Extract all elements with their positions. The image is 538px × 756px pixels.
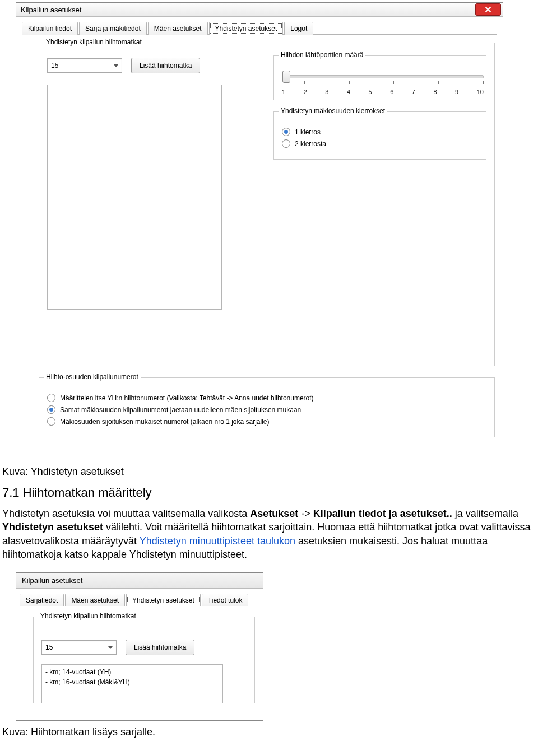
radio-2-rounds[interactable]: 2 kierrosta xyxy=(282,139,478,148)
radio-icon xyxy=(282,128,290,136)
distance2-combo[interactable]: 15 xyxy=(41,640,117,655)
list-item[interactable]: - km; 16-vuotiaat (Mäki&YH) xyxy=(45,677,219,687)
body-paragraph: Yhdistetyn asetuksia voi muuttaa valitse… xyxy=(2,507,536,561)
group-bib-numbers: Hiihto-osuuden kilpailunumerot Määrittel… xyxy=(39,377,495,437)
chevron-down-icon xyxy=(114,64,118,67)
nums-title: Hiihto-osuuden kilpailunumerot xyxy=(44,373,141,381)
window-title: Kilpailun asetukset xyxy=(21,6,81,14)
tab2-maen-asetukset[interactable]: Mäen asetukset xyxy=(65,594,125,606)
gates-slider[interactable]: 1 2 3 4 5 6 7 8 9 10 xyxy=(282,75,484,95)
tab-maen-asetukset[interactable]: Mäen asetukset xyxy=(148,22,208,35)
radio-icon xyxy=(47,394,55,402)
radio-icon xyxy=(47,417,55,426)
gates-title: Hiihdon lähtöporttien määrä xyxy=(279,51,365,59)
close-button[interactable] xyxy=(475,3,501,16)
combo-value: 15 xyxy=(51,62,58,69)
group2-hiihtomatkat: Yhdistetyn kilpailun hiihtomatkat 15 Lis… xyxy=(33,617,255,703)
titlebar: Kilpailun asetukset xyxy=(16,3,503,17)
close-icon xyxy=(485,6,491,13)
group2-title: Yhdistetyn kilpailun hiihtomatkat xyxy=(38,612,138,620)
settings-window-2: Kilpailun asetukset Sarjatiedot Mäen ase… xyxy=(16,572,263,721)
tabs-row: Kilpailun tiedot Sarja ja mäkitiedot Mäe… xyxy=(16,17,503,34)
combo2-value: 15 xyxy=(45,643,53,651)
settings-window-1: Kilpailun asetukset Kilpailun tiedot Sar… xyxy=(16,2,503,460)
group-rounds: Yhdistetyn mäkiosuuden kierrokset 1 kier… xyxy=(273,111,486,160)
caption-1: Kuva: Yhdistetyn asetukset xyxy=(2,466,538,478)
rounds-title: Yhdistetyn mäkiosuuden kierrokset xyxy=(279,107,387,115)
add-distance-button[interactable]: Lisää hiihtomatka xyxy=(131,58,200,73)
section-heading: 7.1 Hiihtomatkan määrittely xyxy=(2,486,536,500)
chevron-down-icon xyxy=(108,646,113,649)
list-item[interactable]: - km; 14-vuotiaat (YH) xyxy=(45,667,219,677)
radio-nums-same[interactable]: Samat mäkiosuuden kilpailunumerot jaetaa… xyxy=(47,405,486,414)
group-hiihtomatkat: Yhdistetyn kilpailun hiihtomatkat 15 Lis… xyxy=(39,43,495,366)
slider-thumb[interactable] xyxy=(282,71,290,83)
group-title: Yhdistetyn kilpailun hiihtomatkat xyxy=(44,38,144,46)
slider-ticks: 1 2 3 4 5 6 7 8 9 10 xyxy=(282,88,484,95)
tab-logot[interactable]: Logot xyxy=(284,22,313,35)
radio-icon xyxy=(47,405,55,414)
tab2-sarjatiedot[interactable]: Sarjatiedot xyxy=(20,594,64,606)
tab2-yhdistetyn-asetukset[interactable]: Yhdistetyn asetukset xyxy=(126,594,201,606)
radio-1-round[interactable]: 1 kierros xyxy=(282,128,478,136)
add-distance2-button[interactable]: Lisää hiihtomatka xyxy=(126,640,194,655)
link-minuuttipisteet[interactable]: Yhdistetyn minuuttipisteet taulukon xyxy=(140,535,295,547)
tab-kilpailun-tiedot[interactable]: Kilpailun tiedot xyxy=(22,22,78,35)
distance2-listbox[interactable]: - km; 14-vuotiaat (YH) - km; 16-vuotiaat… xyxy=(41,664,223,703)
radio-nums-position[interactable]: Mäkiosuuden sijoituksen mukaiset numerot… xyxy=(47,417,486,426)
window2-title: Kilpailun asetukset xyxy=(16,573,263,589)
tab-sarja-ja-makitiedot[interactable]: Sarja ja mäkitiedot xyxy=(79,22,147,35)
tab2-tiedot-tulok[interactable]: Tiedot tulok xyxy=(202,594,249,606)
radio-nums-manual[interactable]: Määrittelen itse YH:n hiihtonumerot (Val… xyxy=(47,394,486,402)
group-gates: Hiihdon lähtöporttien määrä 1 2 xyxy=(273,55,486,100)
tab-yhdistetyn-asetukset[interactable]: Yhdistetyn asetukset xyxy=(209,22,284,35)
radio-icon xyxy=(282,139,290,148)
distance-listbox[interactable] xyxy=(47,85,222,310)
distance-combo[interactable]: 15 xyxy=(47,58,122,73)
caption-2: Kuva: Hiihtomatkan lisäys sarjalle. xyxy=(2,726,538,738)
